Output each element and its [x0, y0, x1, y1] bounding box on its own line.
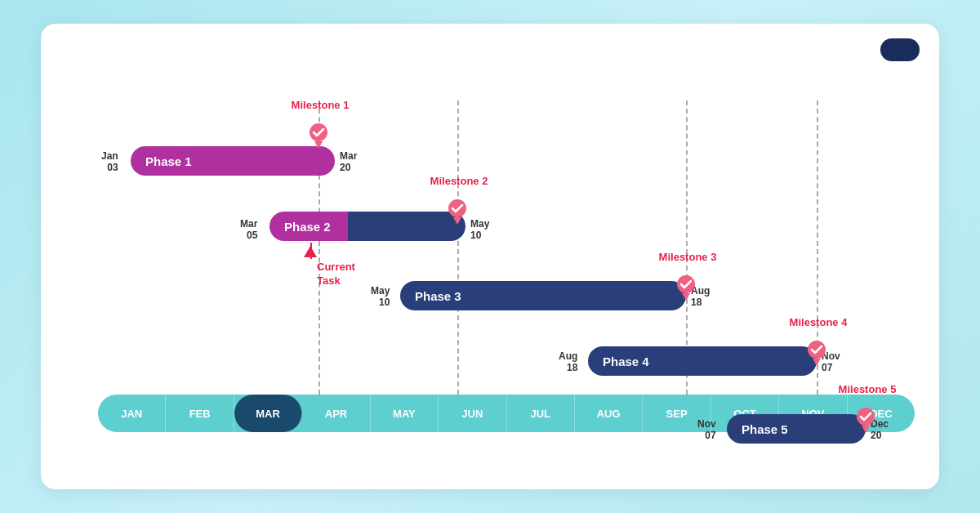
milestone-pin-1: [308, 123, 329, 149]
milestone-pin-2: [447, 199, 468, 225]
svg-point-2: [448, 199, 466, 217]
phase-bar-3: Phase 3: [400, 281, 686, 310]
phase-bar-2: Phase 2: [270, 212, 466, 241]
month-cell-may: MAY: [371, 395, 439, 432]
milestone-label-3: Milestone 3: [647, 251, 728, 263]
milestone-pin-4: [806, 341, 827, 367]
month-cell-aug: AUG: [575, 395, 643, 432]
milestone-label-5: Milestone 5: [826, 383, 908, 395]
month-cell-jun: JUN: [439, 395, 506, 432]
month-cell-apr: APR: [302, 395, 370, 432]
svg-marker-9: [862, 426, 870, 433]
svg-marker-5: [682, 293, 690, 301]
milestone-label-2: Milestone 2: [418, 175, 500, 187]
svg-point-4: [677, 275, 695, 293]
date-label-2: Mar05: [240, 218, 257, 242]
milestone-pin-3: [675, 275, 697, 301]
milestone-label-1: Milestone 1: [279, 99, 361, 111]
date-label-3: May10: [470, 218, 489, 242]
milestone-label-4: Milestone 4: [777, 316, 859, 328]
svg-point-0: [310, 123, 327, 141]
svg-marker-1: [314, 141, 323, 149]
svg-marker-7: [813, 359, 821, 366]
month-cell-mar: MAR: [234, 395, 302, 432]
date-label-6: Aug18: [559, 350, 577, 374]
date-label-4: May10: [371, 285, 390, 309]
current-task-label: CurrentTask: [317, 261, 355, 288]
dashed-line: [457, 100, 459, 395]
svg-point-8: [857, 408, 875, 426]
timeline-area: JANFEBMARAPRMAYJUNJULAUGSEPOCTNOVDEC Pha…: [65, 56, 915, 432]
svg-marker-3: [453, 217, 461, 225]
phase-bar-4: Phase 4: [588, 346, 817, 376]
phase-bar-1: Phase 1: [131, 146, 335, 176]
current-task-arrow: [304, 246, 317, 257]
month-cell-jul: JUL: [507, 395, 575, 432]
date-label-1: Mar20: [340, 150, 357, 174]
date-label-0: Jan03: [101, 150, 118, 174]
svg-point-6: [808, 341, 826, 359]
phase-bar-5: Phase 5: [727, 414, 866, 444]
month-cell-feb: FEB: [166, 395, 234, 432]
main-card: JANFEBMARAPRMAYJUNJULAUGSEPOCTNOVDEC Pha…: [41, 24, 939, 489]
date-label-8: Nov07: [697, 418, 716, 442]
month-cell-jan: JAN: [98, 395, 166, 432]
milestone-pin-5: [855, 408, 876, 434]
